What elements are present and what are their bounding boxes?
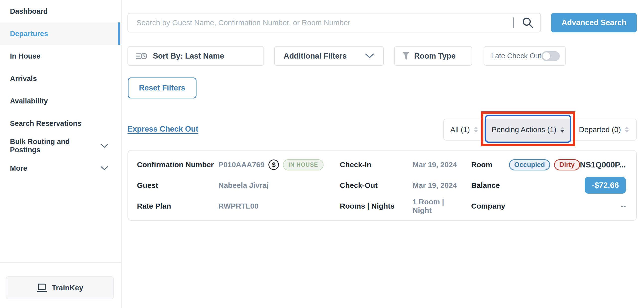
sidebar-item-label: Arrivals xyxy=(10,75,37,83)
rate-plan-row: Rate Plan RWPRTL00 xyxy=(137,196,327,216)
rooms-nights-row: Rooms | Nights 1 Room | Night xyxy=(340,196,459,216)
dollar-icon[interactable]: $ xyxy=(268,159,279,170)
sidebar-item-label: Search Reservations xyxy=(10,119,82,128)
sidebar-footer: TrainKey xyxy=(0,262,121,308)
sidebar-item-bulk-routing[interactable]: Bulk Routing and Postings xyxy=(0,135,121,157)
sidebar-item-label: Bulk Routing and Postings xyxy=(10,138,100,154)
sidebar-item-arrivals[interactable]: Arrivals xyxy=(0,67,121,90)
room-label: Room xyxy=(471,160,509,169)
company-label: Company xyxy=(471,202,509,210)
search-bar xyxy=(128,13,541,32)
sort-clock-icon xyxy=(136,52,148,61)
sort-by-button[interactable]: Sort By: Last Name xyxy=(128,46,264,66)
rooms-nights-value: 1 Room | Night xyxy=(412,198,459,215)
sidebar-item-dashboard[interactable]: Dashboard xyxy=(0,0,121,23)
check-in-date: Mar 19, 2024 xyxy=(412,160,457,169)
departures-tab-bar: All (1) Pending Actions (1) Departed (0) xyxy=(443,119,637,141)
occupied-status-pill: Occupied xyxy=(509,159,550,170)
confirmation-row: Confirmation Number P010AAA769 $ IN HOUS… xyxy=(137,154,327,175)
sidebar-item-label: Departures xyxy=(10,30,48,38)
trainkey-button[interactable]: TrainKey xyxy=(6,276,114,299)
additional-filters-dropdown[interactable]: Additional Filters xyxy=(274,46,384,66)
tab-all-label: All (1) xyxy=(450,125,470,134)
funnel-icon xyxy=(402,52,410,60)
late-checkout-label: Late Check Out xyxy=(491,52,542,60)
chevron-down-icon xyxy=(365,54,374,58)
room-type-filter[interactable]: Room Type xyxy=(394,46,472,66)
sort-carets-icon xyxy=(474,127,478,133)
additional-filters-label: Additional Filters xyxy=(284,52,347,61)
tab-pending-actions-label: Pending Actions (1) xyxy=(492,125,556,134)
reservation-card: Confirmation Number P010AAA769 $ IN HOUS… xyxy=(128,150,637,221)
late-checkout-toggle[interactable] xyxy=(542,51,560,61)
room-number: NS1Q000P... xyxy=(580,160,626,169)
balance-label: Balance xyxy=(471,181,509,190)
sidebar-item-in-house[interactable]: In House xyxy=(0,45,121,67)
reservation-card-col-3: Room Occupied Dirty NS1Q000P... Balance … xyxy=(463,151,636,220)
search-input[interactable] xyxy=(128,19,513,27)
balance-amount-chip[interactable]: -$72.66 xyxy=(585,177,626,194)
sidebar-item-more[interactable]: More xyxy=(0,157,121,179)
sort-carets-icon xyxy=(625,127,629,133)
search-divider xyxy=(513,18,514,28)
balance-row: Balance -$72.66 xyxy=(471,175,626,196)
toggle-knob xyxy=(543,52,550,60)
in-house-badge: IN HOUSE xyxy=(283,159,324,170)
tab-departed[interactable]: Departed (0) xyxy=(572,119,636,140)
sidebar-item-label: In House xyxy=(10,52,40,60)
check-out-label: Check-Out xyxy=(340,181,412,190)
tab-all[interactable]: All (1) xyxy=(444,119,484,140)
advanced-search-button[interactable]: Advanced Search xyxy=(551,13,637,32)
late-checkout-filter: Late Check Out xyxy=(484,46,566,66)
sidebar-item-label: More xyxy=(10,164,27,172)
rate-plan-label: Rate Plan xyxy=(137,202,218,210)
sidebar-item-departures[interactable]: Departures xyxy=(0,23,121,45)
rooms-nights-label: Rooms | Nights xyxy=(340,202,412,210)
confirmation-number: P010AAA769 xyxy=(218,160,264,169)
check-out-date: Mar 19, 2024 xyxy=(412,181,457,190)
laptop-icon xyxy=(36,283,47,292)
reservation-card-col-1: Confirmation Number P010AAA769 $ IN HOUS… xyxy=(128,151,332,220)
page: Dashboard Departures In House Arrivals A… xyxy=(0,0,644,308)
trainkey-label: TrainKey xyxy=(52,283,84,292)
check-in-row: Check-In Mar 19, 2024 xyxy=(340,154,459,175)
confirmation-label: Confirmation Number xyxy=(137,160,218,169)
check-in-label: Check-In xyxy=(340,160,412,169)
search-icon[interactable] xyxy=(522,17,534,29)
company-value: -- xyxy=(621,202,626,210)
room-type-label: Room Type xyxy=(414,52,456,61)
sidebar-item-label: Dashboard xyxy=(10,7,48,16)
sidebar-item-availability[interactable]: Availability xyxy=(0,90,121,112)
sidebar: Dashboard Departures In House Arrivals A… xyxy=(0,0,122,308)
tab-pending-actions[interactable]: Pending Actions (1) xyxy=(484,119,572,140)
guest-row: Guest Nabeela Jivraj xyxy=(137,175,327,196)
guest-name: Nabeela Jivraj xyxy=(218,181,269,190)
reset-filters-button[interactable]: Reset Filters xyxy=(128,78,196,98)
sort-carets-icon xyxy=(560,127,564,133)
check-out-row: Check-Out Mar 19, 2024 xyxy=(340,175,459,196)
sidebar-item-label: Availability xyxy=(10,97,48,105)
reservation-card-col-2: Check-In Mar 19, 2024 Check-Out Mar 19, … xyxy=(332,151,463,220)
chevron-down-icon xyxy=(100,144,108,148)
rate-plan-value: RWPRTL00 xyxy=(218,202,258,210)
chevron-down-icon xyxy=(100,166,108,170)
express-check-out-link[interactable]: Express Check Out xyxy=(128,125,198,134)
guest-label: Guest xyxy=(137,181,218,190)
dirty-status-pill: Dirty xyxy=(554,159,580,170)
room-row: Room Occupied Dirty NS1Q000P... xyxy=(471,154,626,175)
company-row: Company -- xyxy=(471,196,626,216)
tab-departed-label: Departed (0) xyxy=(579,125,621,134)
sidebar-item-search-reservations[interactable]: Search Reservations xyxy=(0,112,121,135)
confirmation-value-group: P010AAA769 $ IN HOUSE xyxy=(218,159,324,170)
sort-by-label: Sort By: Last Name xyxy=(153,52,224,61)
